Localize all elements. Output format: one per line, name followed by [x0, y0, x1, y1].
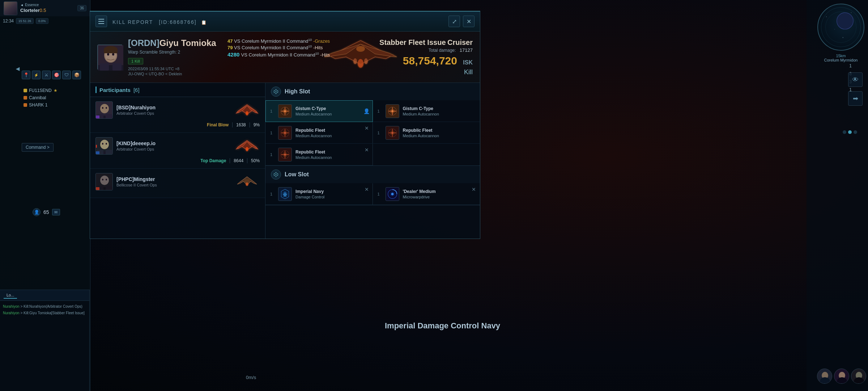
damage-stats-center: 47 VS Corelum Myrmidon II Command10 -Gra… [227, 38, 330, 58]
person-icon-h0: 👤 [363, 108, 370, 114]
msg-text-0: > Kill:Nurahiyon(Arbitrator Covert Ops) [20, 304, 82, 308]
svg-point-18 [100, 104, 109, 113]
hamburger-line-2 [98, 21, 104, 22]
high-slot-section: High Slot 1 [265, 83, 480, 166]
speed-text: 0m/s [246, 375, 256, 380]
ui-icons-row: 📍 ⚡ ⚔ 🎯 🛡 📦 [22, 71, 81, 79]
participant-name-2: [PHPC]Mingster [116, 176, 231, 182]
svg-point-4 [364, 58, 368, 64]
player-item-1[interactable]: Cannibal [22, 94, 89, 101]
divider-0b [250, 122, 250, 127]
close-icon-h4[interactable]: ✕ [364, 147, 370, 153]
svg-rect-37 [96, 151, 99, 155]
stat-badge-1: 36 [77, 5, 86, 11]
high-slot-item-2[interactable]: 1 Republic Flee [265, 122, 373, 144]
direction-button[interactable]: ➡ [848, 91, 863, 106]
idc-label-text: Imperial Damage Control Navy [385, 321, 500, 330]
ui-icon-5[interactable]: 📦 [72, 71, 81, 79]
participant-label-0: Final Blow [207, 122, 229, 128]
participant-avatar-0 [95, 101, 113, 119]
sup-1: 10 [308, 38, 312, 42]
svg-point-30 [100, 140, 109, 149]
participants-count: [6] [133, 87, 140, 93]
chat-tab[interactable]: Lo... [4, 292, 17, 299]
high-slot-item-1[interactable]: 1 Gistum C-Type [373, 100, 480, 122]
slot-num-h1: 1 [378, 109, 382, 113]
item-name-h4: Republic Fleet [295, 150, 368, 155]
item-name-h0: Gistum C-Type [295, 106, 368, 112]
participant-info-0: [BSD]Nurahiyon Arbitrator Covert Ops [116, 105, 231, 115]
participants-header: Participants [6] [90, 83, 265, 97]
low-slot-item-1[interactable]: 1 [373, 183, 480, 205]
ui-icon-4[interactable]: 🛡 [62, 71, 71, 79]
participants-title: Participants [99, 87, 131, 93]
item-info-h1: Gistum C-Type Medium Autocannon [403, 106, 475, 116]
msg-text-1: > Kill:Giyu Tomioka[Stabber Fleet Issue] [20, 311, 84, 315]
kills-badge: 1 Kill [128, 58, 143, 64]
eye-button[interactable]: 👁 [848, 72, 863, 87]
participant-avatar-2 [95, 173, 113, 190]
nav-icon-location[interactable]: 📍 [22, 71, 30, 79]
close-icon-h2[interactable]: ✕ [364, 125, 370, 131]
character-bar: ◄ Essence Clorteler0.5 36 [0, 0, 90, 16]
damage-target-3: VS Corelum Myrmidon II Command [241, 52, 315, 58]
svg-point-28 [246, 111, 248, 115]
item-icon-h0 [278, 104, 292, 118]
char-level: 0.5 [39, 8, 46, 13]
low-slot-item-0[interactable]: 1 Imperial Navy Da [265, 183, 373, 205]
copy-icon[interactable]: 📋 [201, 20, 207, 25]
participant-item-0[interactable]: [BSD]Nurahiyon Arbitrator Covert Ops [90, 97, 265, 133]
high-slot-item-3[interactable]: 1 Republic Flee [373, 122, 480, 144]
svg-point-5 [353, 58, 357, 64]
kill-banner: [ORDN]Giyu Tomioka Warp Scramble Strengt… [90, 31, 480, 83]
svg-rect-48 [106, 186, 112, 190]
divider-1 [230, 158, 230, 163]
character-avatar[interactable] [4, 1, 17, 15]
dot-3 [854, 130, 857, 134]
nav-arrow[interactable]: ◄ [14, 65, 21, 73]
status-dots [843, 130, 857, 134]
minimap[interactable]: 15km [817, 4, 864, 51]
header-actions: ⤢ ✕ [448, 16, 475, 27]
high-slot-item-4[interactable]: 1 Republic Flee [265, 144, 373, 165]
low-slot-icon [271, 169, 281, 180]
ui-icon-2[interactable]: ⚔ [42, 71, 51, 79]
close-button[interactable]: ✕ [463, 16, 475, 27]
player-item-2[interactable]: SHARK 1 [22, 101, 89, 109]
participant-ship-1: Arbitrator Covert Ops [116, 147, 231, 151]
participant-item-2[interactable]: [PHPC]Mingster Bellicose II Covert Ops [90, 169, 265, 198]
participant-row-0: [BSD]Nurahiyon Arbitrator Covert Ops [95, 101, 260, 119]
svg-point-77 [391, 132, 393, 134]
chat-panel: Lo... Nurahiyon > Kill:Nurahiyon(Arbitra… [0, 290, 90, 391]
svg-point-31 [102, 143, 103, 145]
item-name-h2: Republic Fleet [295, 128, 368, 134]
agent-mail[interactable]: ✉ [52, 209, 60, 215]
high-slot-item-0[interactable]: 1 Gistum C-Type [265, 100, 373, 122]
svg-point-93 [826, 16, 827, 17]
close-icon-l1[interactable]: ✕ [471, 186, 477, 192]
svg-rect-16 [112, 63, 122, 71]
ui-icon-1[interactable]: ⚡ [32, 71, 41, 79]
command-button[interactable]: Command > [22, 143, 54, 152]
ui-icon-3[interactable]: 🎯 [52, 71, 61, 79]
svg-point-20 [106, 107, 107, 109]
portrait-1[interactable] [817, 369, 832, 384]
slot-num-h0: 1 [270, 109, 275, 113]
svg-point-41 [246, 147, 248, 151]
participant-item-1[interactable]: [KIND]deeeep.io Arbitrator Covert Ops To… [90, 133, 265, 169]
high-slot-icon [271, 87, 281, 97]
hamburger-line-3 [98, 23, 104, 24]
slot-num-l0: 1 [270, 192, 275, 196]
external-link-button[interactable]: ⤢ [448, 16, 460, 27]
player-item-0[interactable]: FU11SEND ★ [22, 87, 89, 94]
item-icon-h3 [386, 126, 399, 140]
char-indicator: ◄ [20, 3, 24, 7]
svg-point-53 [276, 91, 277, 92]
participant-info-1: [KIND]deeeep.io Arbitrator Covert Ops [116, 140, 231, 151]
close-icon-l0[interactable]: ✕ [364, 186, 370, 192]
item-name-h1: Gistum C-Type [403, 106, 475, 112]
portrait-3[interactable] [851, 369, 866, 384]
portrait-2[interactable] [834, 369, 849, 384]
menu-button[interactable] [95, 16, 107, 27]
kill-id: [ID:6868766] [159, 19, 196, 25]
